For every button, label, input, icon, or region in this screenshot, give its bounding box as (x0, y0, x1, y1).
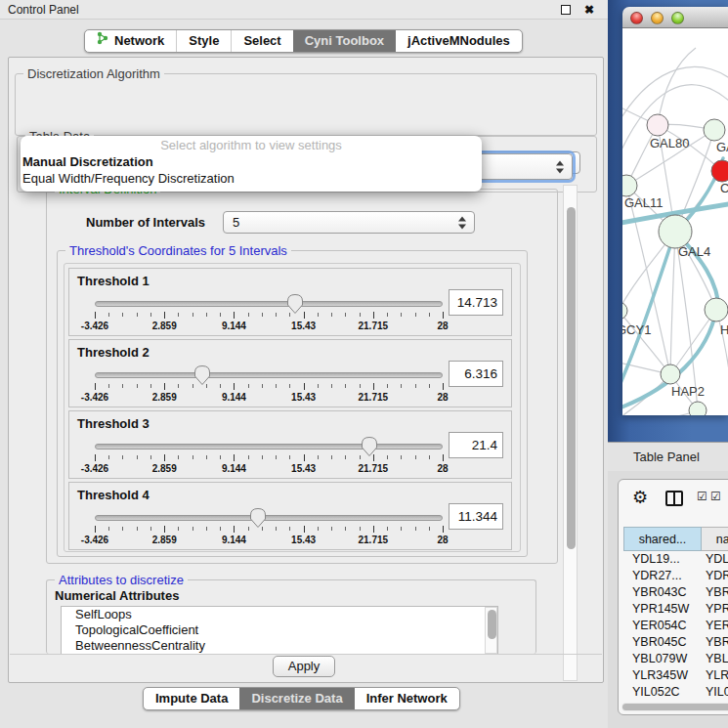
attributes-scrollbar-thumb[interactable] (488, 610, 496, 639)
slider-ticks (95, 454, 443, 462)
threshold-value-field[interactable]: 21.4 (449, 432, 503, 458)
network-node[interactable] (704, 119, 725, 141)
threshold-value-field[interactable]: 11.344 (449, 503, 503, 530)
table-panel-title: Table Panel (633, 450, 700, 464)
algorithm-option-manual[interactable]: Manual Discretization (21, 153, 482, 170)
threshold-value-field[interactable]: 6.316 (449, 361, 503, 387)
cell-name[interactable]: YLR3 (702, 667, 728, 684)
threshold-value-field[interactable]: 14.713 (449, 289, 503, 316)
slider-track[interactable] (95, 301, 443, 307)
slider-track[interactable] (95, 444, 443, 450)
network-canvas[interactable]: GAL80GACGAL11GAL4GCY1HHAP2 (622, 28, 728, 415)
cell-shared-name[interactable]: YBR043C (623, 584, 702, 601)
tab-impute-data[interactable]: Impute Data (144, 688, 239, 709)
threshold-panel-1: Threshold 1-3.4262.8599.14415.4321.71528… (68, 268, 512, 336)
table-panel-inner: ⚙ ☑ ☑ shared... name YDL19...YDL1YDR27..… (618, 479, 728, 715)
settings-scrollbar[interactable] (563, 185, 578, 681)
tab-select[interactable]: Select (231, 30, 292, 52)
slider-scale-labels: -3.4262.8599.14415.4321.71528 (95, 392, 443, 404)
numerical-attributes-list: SelfLoopsTopologicalCoefficientBetweenne… (61, 606, 498, 655)
tab-discretize-data[interactable]: Discretize Data (239, 688, 354, 709)
column-header-shared-name[interactable]: shared... (623, 527, 702, 551)
table-row[interactable]: YDL19...YDL1 (623, 551, 728, 568)
cell-name[interactable]: YDR2 (702, 568, 728, 584)
threshold-panel-4: Threshold 4-3.4262.8599.14415.4321.71528… (68, 482, 512, 550)
network-node[interactable] (689, 402, 707, 415)
table-hscrollbar-thumb[interactable] (622, 704, 728, 710)
cell-shared-name[interactable]: YBL079W (623, 651, 702, 667)
checkbox-icon[interactable]: ☑ (710, 490, 721, 503)
network-node[interactable] (711, 160, 728, 182)
tab-cyni-toolbox[interactable]: Cyni Toolbox (293, 30, 396, 52)
num-intervals-label: Number of Intervals (86, 215, 205, 230)
mac-close-button[interactable] (630, 12, 643, 24)
tab-label: Cyni Toolbox (305, 30, 384, 52)
table-row[interactable]: YER054CYER0 (623, 618, 728, 634)
attributes-scrollbar[interactable] (485, 607, 497, 654)
attribute-item-topologicalcoefficient[interactable]: TopologicalCoefficient (62, 622, 497, 638)
bottom-tab-bar: Impute DataDiscretize DataInfer Network (143, 687, 460, 710)
mac-minimize-button[interactable] (651, 12, 664, 24)
apply-button[interactable]: Apply (273, 656, 335, 677)
tab-label: Infer Network (366, 688, 448, 709)
slider-ticks (95, 526, 443, 534)
cell-shared-name[interactable]: YIL052C (623, 684, 702, 701)
cell-shared-name[interactable]: YDR27... (623, 568, 702, 584)
tab-network[interactable]: Network (85, 30, 176, 52)
tab-label: Discretize Data (251, 688, 342, 709)
checkbox-icon[interactable]: ☑ (697, 490, 707, 503)
attribute-item-selfloops[interactable]: SelfLoops (62, 607, 497, 622)
divider (10, 654, 602, 655)
network-node[interactable] (647, 114, 668, 136)
num-intervals-select[interactable]: 5 (223, 211, 475, 234)
cell-name[interactable]: YIL0 (702, 684, 728, 701)
slider-track[interactable] (95, 515, 443, 521)
algorithm-group-title: Discretization Algorithm (23, 66, 164, 81)
cell-name[interactable]: YBL0 (702, 651, 728, 667)
table-rows: YDL19...YDL1YDR27...YDR2YBR043CYBR0YPR14… (623, 551, 728, 701)
stepper-arrows-icon (458, 216, 467, 229)
cell-shared-name[interactable]: YDL19... (623, 551, 702, 568)
slider-track[interactable] (95, 372, 443, 378)
table-row[interactable]: YPR145WYPR1 (623, 601, 728, 618)
cell-name[interactable]: YBR0 (702, 584, 728, 601)
gear-icon[interactable]: ⚙ (632, 487, 648, 507)
table-row[interactable]: YBR045CYBR0 (623, 634, 728, 651)
network-node[interactable] (659, 215, 692, 248)
network-node[interactable] (705, 298, 728, 321)
table-panel: ⚙ ☑ ☑ shared... name YDL19...YDL1YDR27..… (608, 471, 728, 728)
table-row[interactable]: YBL079WYBL0 (623, 651, 728, 667)
cell-name[interactable]: YER0 (702, 618, 728, 634)
cell-name[interactable]: YPR1 (702, 601, 728, 618)
table-row[interactable]: YDR27...YDR2 (623, 568, 728, 584)
attribute-item-betweennesscentrality[interactable]: BetweennessCentrality (62, 638, 497, 654)
threshold-label: Threshold 3 (77, 416, 150, 431)
network-window-titlebar (622, 7, 728, 28)
float-window-icon[interactable] (561, 5, 571, 15)
cell-shared-name[interactable]: YPR145W (623, 601, 702, 618)
cell-shared-name[interactable]: YLR345W (623, 667, 702, 684)
tab-infer-network[interactable]: Infer Network (355, 688, 459, 709)
settings-scrollbar-thumb[interactable] (567, 207, 576, 549)
network-node[interactable] (622, 302, 627, 320)
table-row[interactable]: YBR043CYBR0 (623, 584, 728, 601)
mac-zoom-button[interactable] (671, 12, 684, 24)
cell-name[interactable]: YDL1 (702, 551, 728, 568)
network-node[interactable] (661, 364, 680, 384)
tab-jactivemnodules[interactable]: jActiveMNodules (396, 30, 522, 52)
node-label-gal11: GAL11 (624, 195, 664, 210)
cell-name[interactable]: YBR0 (702, 634, 728, 651)
tab-style[interactable]: Style (176, 30, 231, 52)
table-horizontal-scrollbar[interactable] (621, 703, 728, 711)
table-row[interactable]: YLR345WYLR3 (623, 667, 728, 684)
slider-ticks (95, 383, 443, 391)
tab-label: Select (243, 30, 280, 52)
table-row[interactable]: YIL052CYIL0 (623, 684, 728, 701)
cell-shared-name[interactable]: YER054C (623, 618, 702, 634)
split-column-icon[interactable] (665, 491, 683, 506)
close-icon[interactable]: ✖ (584, 2, 594, 18)
node-label-c: C (720, 181, 728, 195)
column-header-name[interactable]: name (702, 527, 728, 551)
algorithm-option-equal-width[interactable]: Equal Width/Frequency Discretization (21, 170, 482, 187)
cell-shared-name[interactable]: YBR045C (623, 634, 702, 651)
